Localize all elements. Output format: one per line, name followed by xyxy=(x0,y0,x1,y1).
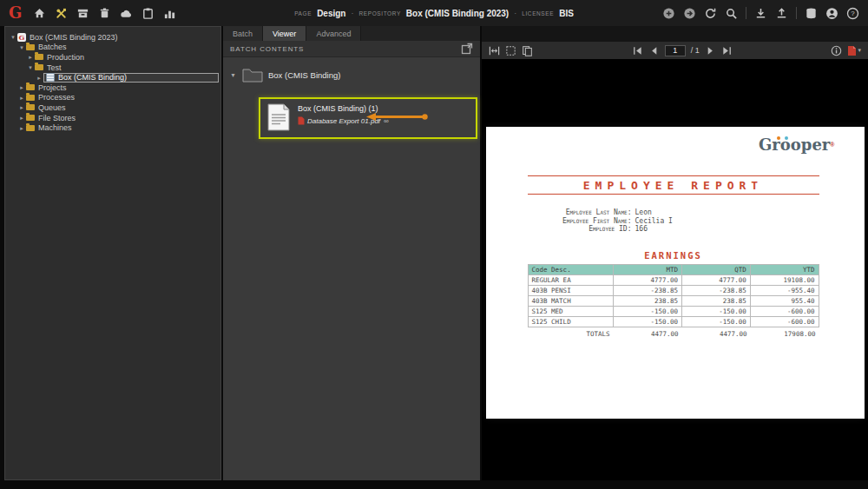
field-row: Employee First Name:Cecilia I xyxy=(528,217,673,226)
chevron-down-icon: ▾ xyxy=(858,47,861,54)
previous-page-button[interactable] xyxy=(648,45,660,56)
tree-item-box-cmis-binding-selected[interactable]: Box (CMIS Binding) xyxy=(5,72,220,83)
tree-item-repository-root[interactable]: G Box (CMIS Binding 2023) xyxy=(5,32,220,43)
table-row: 403B MATCH238.85238.85955.40 xyxy=(528,296,819,307)
bar-chart-icon[interactable] xyxy=(163,7,176,20)
refresh-icon[interactable] xyxy=(704,7,717,20)
cloud-upload-icon[interactable] xyxy=(120,7,133,20)
archive-icon[interactable] xyxy=(76,7,89,20)
go-forward-button[interactable] xyxy=(683,7,696,20)
tree-item-projects[interactable]: Projects xyxy=(5,83,220,93)
user-account-icon[interactable] xyxy=(825,7,838,20)
tree-item-production[interactable]: Production xyxy=(5,52,220,63)
expander-down-icon[interactable] xyxy=(9,32,17,42)
viewer-panel: / 1 ▾ Grooper® xyxy=(482,26,868,480)
tree-item-label: Box (CMIS Binding 2023) xyxy=(30,33,118,42)
totals-value: 4477.00 xyxy=(614,330,682,338)
document-page[interactable]: Grooper® EMPLOYEE REPORT Employee Last N… xyxy=(486,127,865,419)
repository-value[interactable]: Box (CMIS Binding 2023) xyxy=(406,9,509,18)
trash-icon[interactable] xyxy=(98,7,111,20)
info-icon[interactable] xyxy=(831,45,842,56)
expander-down-icon[interactable] xyxy=(26,63,35,72)
select-region-icon[interactable] xyxy=(505,45,516,56)
viewer-toolbar: / 1 ▾ xyxy=(482,42,868,59)
tree-item-label: Box (CMIS Binding) xyxy=(58,73,127,82)
field-label: Employee Last Name: xyxy=(528,208,632,217)
earnings-table: Code Desc. MTD QTD YTD REGULAR EA4777.00… xyxy=(528,264,819,327)
first-page-button[interactable] xyxy=(632,45,643,56)
selected-tree-item-box[interactable]: Box (CMIS Binding) xyxy=(43,73,219,83)
fit-width-icon[interactable] xyxy=(489,45,500,56)
add-button[interactable] xyxy=(662,7,675,20)
top-bar: G PAGE Design · REPOSITORY Box (CMIS Bin… xyxy=(0,0,868,26)
registered-mark: ® xyxy=(830,142,834,148)
licensee-value[interactable]: BIS xyxy=(559,9,574,18)
tree-item-file-stores[interactable]: File Stores xyxy=(5,113,220,123)
tab-viewer[interactable]: Viewer xyxy=(263,26,306,41)
expander-right-icon[interactable] xyxy=(17,83,26,92)
grooper-logo-icon: G xyxy=(9,1,22,25)
expander-right-icon[interactable] xyxy=(17,102,26,112)
svg-text:?: ? xyxy=(851,10,855,17)
field-row: Employee Last Name:Leon xyxy=(528,208,673,217)
clipboard-icon[interactable] xyxy=(141,7,155,20)
search-icon[interactable] xyxy=(725,7,738,20)
tree-item-label: Machines xyxy=(38,123,72,132)
download-icon[interactable] xyxy=(754,7,767,20)
expander-right-icon[interactable] xyxy=(17,123,26,133)
tab-batch[interactable]: Batch xyxy=(223,26,263,41)
totals-value: 4477.00 xyxy=(682,330,751,338)
folder-icon xyxy=(26,104,35,110)
table-row: 403B PENSI-238.85-238.85-955.40 xyxy=(528,286,819,296)
tab-advanced[interactable]: Advanced xyxy=(306,26,361,41)
help-icon[interactable]: ? xyxy=(846,7,859,20)
batch-root-folder[interactable]: Box (CMIS Binding) xyxy=(229,68,480,83)
expander-down-icon[interactable] xyxy=(229,71,237,79)
next-page-button[interactable] xyxy=(705,45,716,56)
document-title: EMPLOYEE REPORT xyxy=(528,176,819,194)
batch-folder-card-selected[interactable]: Box (CMIS Binding) (1) Database Export 0… xyxy=(259,97,477,139)
tree-item-processes[interactable]: Processes xyxy=(5,93,220,103)
batch-item-file-row[interactable]: Database Export 01.pdf ∞ xyxy=(298,116,389,125)
table-header-row: Code Desc. MTD QTD YTD xyxy=(528,265,819,275)
tree-item-label: Processes xyxy=(38,93,75,102)
column-header: MTD xyxy=(614,265,682,275)
expander-right-icon[interactable] xyxy=(17,113,26,122)
page-value[interactable]: Design xyxy=(317,9,345,18)
open-in-window-icon[interactable] xyxy=(461,43,473,55)
table-row: S125 CHILD-150.00-150.00-600.00 xyxy=(528,317,819,327)
expander-right-icon[interactable] xyxy=(26,52,35,62)
totals-value: 17908.00 xyxy=(751,330,819,338)
rule-line xyxy=(528,194,819,195)
tree-item-machines[interactable]: Machines xyxy=(5,122,220,133)
field-label: Employee ID: xyxy=(528,225,632,234)
tree-item-test[interactable]: Test xyxy=(5,63,220,73)
batch-panel: Batch Viewer Advanced BATCH CONTENTS Box… xyxy=(223,26,480,480)
database-stack-icon[interactable] xyxy=(805,7,818,20)
toolbar-divider xyxy=(796,7,797,19)
expander-right-icon[interactable] xyxy=(35,73,43,83)
design-tools-icon[interactable] xyxy=(55,7,68,20)
folder-icon xyxy=(242,68,263,83)
tree-item-label: Projects xyxy=(38,83,67,92)
table-row: REGULAR EA4777.004777.0019108.00 xyxy=(528,275,819,286)
expander-down-icon[interactable] xyxy=(17,43,26,52)
node-tree-panel: G Box (CMIS Binding 2023) Batches Produc… xyxy=(4,26,221,480)
toolbar-divider xyxy=(746,7,746,19)
file-name: Database Export 01.pdf xyxy=(307,117,380,125)
batch-item-title: Box (CMIS Binding) (1) xyxy=(298,104,389,113)
tree-item-batches[interactable]: Batches xyxy=(5,43,220,53)
home-icon[interactable] xyxy=(33,7,46,20)
document-title-block: EMPLOYEE REPORT xyxy=(528,175,819,195)
page-number-input[interactable] xyxy=(665,45,686,56)
tree-item-label: Queues xyxy=(38,103,66,112)
field-row: Employee ID:166 xyxy=(528,225,673,234)
pdf-export-dropdown[interactable]: ▾ xyxy=(847,45,861,56)
pages-icon[interactable] xyxy=(522,45,533,56)
upload-icon[interactable] xyxy=(775,7,788,20)
field-label: Employee First Name: xyxy=(528,217,632,226)
last-page-button[interactable] xyxy=(721,45,733,56)
expander-right-icon[interactable] xyxy=(17,93,26,102)
tree-item-queues[interactable]: Queues xyxy=(5,102,220,113)
batch-contents-title: BATCH CONTENTS xyxy=(230,45,304,53)
